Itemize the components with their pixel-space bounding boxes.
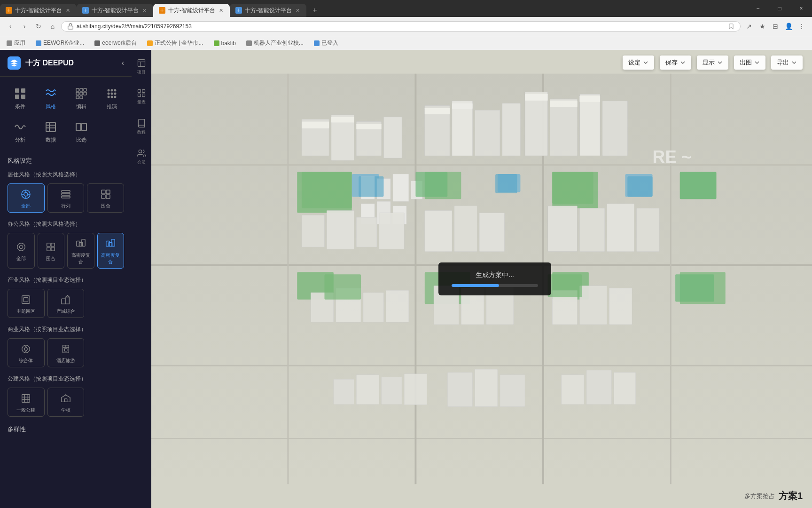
left-nav-icons: 项目 量表 教程 会员: [132, 50, 151, 508]
svg-rect-38: [106, 190, 110, 194]
industrial-option-theme[interactable]: 主题园区: [8, 289, 45, 318]
industrial-option-mixed[interactable]: 产城综合: [47, 289, 85, 318]
logo-text: 十方 DEEPUD: [25, 58, 74, 68]
residential-option-all[interactable]: 全部: [8, 183, 45, 213]
nav-project[interactable]: 项目: [133, 56, 150, 78]
app-container: 十方 DEEPUD ‹ 条件: [0, 50, 812, 508]
tab-1[interactable]: 十 十方-智能设计平台 ✕: [0, 4, 77, 17]
analysis-label: 分析: [15, 136, 25, 143]
bookmark-apps[interactable]: 应用: [4, 38, 28, 48]
address-bar[interactable]: ai.shifang.city/dev2/#/main/221059792692…: [61, 21, 741, 32]
progress-bar-container: [452, 284, 538, 287]
commercial-header: 商业风格（按照项目业态选择）: [0, 323, 132, 335]
svg-rect-161: [495, 174, 517, 193]
sidebar-close-button[interactable]: ‹: [122, 59, 124, 67]
bookmark-star-button[interactable]: ★: [757, 21, 768, 32]
office-highdense-combo-icon: [104, 237, 117, 250]
bookmark-eework-favicon: [36, 40, 41, 46]
nav-community[interactable]: 会员: [133, 146, 150, 168]
tool-edit[interactable]: 编辑: [67, 82, 95, 114]
commercial-complex-label: 综合体: [19, 357, 33, 364]
tool-style[interactable]: 风格: [36, 82, 65, 114]
home-button[interactable]: ⌂: [47, 21, 58, 32]
svg-rect-7: [84, 88, 86, 91]
svg-rect-151: [356, 375, 379, 405]
public-option-school[interactable]: 学校: [47, 388, 85, 417]
tab-4[interactable]: 十 十方-智能设计平台 ✕: [230, 4, 306, 17]
settings-button[interactable]: 设定: [623, 56, 654, 70]
new-tab-button[interactable]: +: [308, 4, 321, 17]
svg-rect-113: [425, 108, 450, 114]
tool-grid: 条件 风格: [0, 77, 132, 153]
export-button[interactable]: 导出: [771, 56, 803, 70]
generating-overlay: 生成方案中...: [438, 262, 551, 295]
profile-button[interactable]: 👤: [783, 21, 794, 32]
tab-3-close[interactable]: ✕: [218, 8, 224, 14]
svg-rect-122: [302, 215, 324, 247]
tab-3[interactable]: 十 十方-智能设计平台 ✕: [153, 4, 230, 17]
minimize-button[interactable]: −: [747, 0, 769, 17]
svg-rect-144: [415, 172, 447, 197]
refresh-button[interactable]: ↻: [33, 21, 44, 32]
share-button[interactable]: ↗: [743, 21, 755, 32]
tutorial-icon: [137, 119, 146, 128]
tab-1-close[interactable]: ✕: [65, 8, 71, 14]
svg-rect-36: [62, 196, 70, 198]
residential-option-enclosure[interactable]: 围合: [87, 183, 124, 213]
office-option-highdense-combo[interactable]: 高密度复合: [97, 233, 125, 269]
generating-text: 生成方案中...: [452, 271, 538, 279]
svg-rect-146: [680, 172, 717, 199]
office-enclosure-icon: [44, 240, 57, 254]
commercial-option-hotel[interactable]: 酒店旅游: [47, 338, 85, 367]
back-button[interactable]: ‹: [5, 21, 16, 32]
tab-2-close[interactable]: ✕: [141, 8, 148, 14]
save-button[interactable]: 保存: [660, 56, 691, 70]
commercial-option-complex[interactable]: 综合体: [8, 338, 45, 367]
display-button[interactable]: 显示: [697, 56, 728, 70]
nav-tutorial[interactable]: 教程: [133, 116, 150, 138]
svg-rect-50: [106, 241, 109, 246]
forward-button[interactable]: ›: [19, 21, 30, 32]
conditions-icon: [13, 86, 28, 101]
tool-compare[interactable]: 比选: [67, 116, 95, 147]
bookmark-robot[interactable]: 机器人产业创业校...: [243, 38, 306, 48]
address-text: ai.shifang.city/dev2/#/main/221059792692…: [77, 23, 725, 30]
bookmark-eerwork[interactable]: eeerwork后台: [92, 38, 139, 48]
close-button[interactable]: ×: [790, 0, 812, 17]
conditions-label: 条件: [15, 103, 25, 110]
compare-label: 比选: [76, 136, 86, 143]
compare-icon: [74, 119, 89, 135]
office-option-enclosure[interactable]: 围合: [38, 233, 65, 269]
tab-4-close[interactable]: ✕: [295, 8, 301, 14]
office-option-all[interactable]: 全部: [8, 233, 35, 269]
export-drawing-button[interactable]: 出图: [734, 56, 765, 70]
community-label: 会员: [137, 159, 146, 166]
bookmark-official[interactable]: 正式公告 | 金华市...: [144, 38, 206, 48]
sidebar-toggle-button[interactable]: ⊟: [770, 21, 781, 32]
residential-style-grid: 全部 行列: [0, 181, 132, 217]
tool-conditions[interactable]: 条件: [6, 82, 34, 114]
tool-derive[interactable]: 推演: [97, 82, 126, 114]
tool-data[interactable]: 数据: [36, 116, 65, 147]
bookmark-baklib[interactable]: baklib: [211, 39, 239, 48]
tab-3-label: 十方-智能设计平台: [168, 7, 215, 15]
tool-analysis[interactable]: 分析: [6, 116, 34, 147]
bookmark-favicon: [7, 40, 12, 46]
menu-button[interactable]: ⋮: [796, 21, 807, 32]
tab-2[interactable]: 十 十方-智能设计平台 ✕: [77, 4, 153, 17]
bookmark-eework[interactable]: EEWORK企业...: [33, 38, 87, 48]
office-option-highdense[interactable]: 高密度复合: [67, 233, 94, 269]
tab-3-favicon: 十: [159, 7, 165, 14]
maximize-button[interactable]: □: [769, 0, 790, 17]
public-option-general[interactable]: 一般公建: [8, 388, 45, 417]
bookmark-official-favicon: [147, 40, 153, 46]
residential-option-row[interactable]: 行列: [47, 183, 85, 213]
browser-actions: ↗ ★ ⊟ 👤 ⋮: [743, 21, 807, 32]
svg-point-14: [110, 89, 113, 92]
svg-rect-40: [106, 195, 110, 198]
bookmark-loggedin[interactable]: 已登入: [311, 38, 341, 48]
svg-rect-118: [602, 101, 627, 156]
tutorial-label: 教程: [137, 129, 146, 135]
nav-data[interactable]: 量表: [133, 86, 150, 108]
svg-rect-114: [452, 103, 473, 109]
